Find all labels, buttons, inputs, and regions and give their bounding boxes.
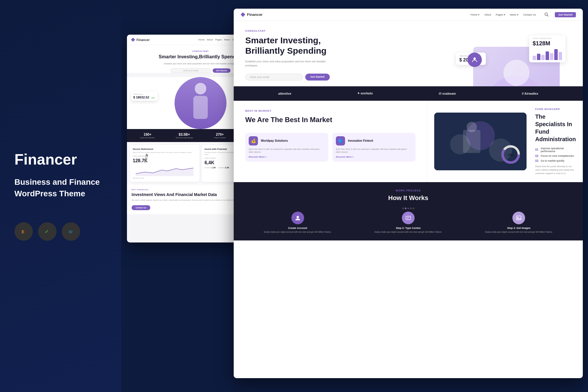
pie-chart: 16% bbox=[501, 144, 521, 165]
step-create-account: Create Account Easily create your Zaphn … bbox=[245, 212, 350, 234]
rs-nav-cta[interactable]: Get Started bbox=[555, 12, 576, 17]
rs-nav: Financer Home ▾ About Pages ▾ News ▾ Con… bbox=[234, 9, 583, 21]
wp-badge: W bbox=[62, 222, 80, 241]
svg-text:W: W bbox=[69, 229, 73, 234]
rs-fund-image: 16% bbox=[434, 113, 527, 170]
rs-consultant-label: CONSULTANT bbox=[245, 29, 456, 32]
check-badge: ✓ bbox=[38, 222, 57, 241]
exabeam-logo: /// exabeam bbox=[439, 92, 456, 95]
svg-point-12 bbox=[503, 60, 529, 86]
fund-item-3: 03 Go to market quickly bbox=[535, 159, 576, 163]
rs-hero-title: Smarter Investing,Brilliantly Spending bbox=[245, 35, 456, 56]
businessman-svg bbox=[488, 55, 545, 86]
svg-point-10 bbox=[545, 13, 548, 15]
rs-search-icon[interactable] bbox=[544, 12, 549, 17]
pen-decoration bbox=[142, 151, 156, 166]
attentive-logo: attentive bbox=[278, 92, 291, 95]
rs-fund-section: 16% FUND MANAGER The Specialists In Fund… bbox=[427, 101, 583, 182]
svg-rect-20 bbox=[463, 130, 480, 153]
left-panel: Financer Business and Finance WordPress … bbox=[0, 0, 121, 392]
fintech-card: 🔷 Innovative Fintech Quis enim dolor in … bbox=[332, 133, 415, 162]
hero-email-input[interactable]: Enter your email bbox=[171, 68, 211, 73]
line-chart-1 bbox=[133, 166, 196, 176]
rs-how-section: WORK PROCESS How It Works Create Account… bbox=[234, 182, 583, 240]
fund-item-1: 01 Improve operational performance bbox=[535, 147, 576, 153]
worldpay-icon: 💰 bbox=[249, 136, 258, 145]
rs-hero-input-row: Enter your email Get Started bbox=[245, 74, 456, 81]
step-type-contex: Step 2: Type Contex Easily create your Z… bbox=[356, 212, 460, 234]
step-connector bbox=[245, 208, 571, 209]
airwallex-logo: // Airwallex bbox=[522, 92, 538, 95]
rs-hero-subtitle: Establish your vision and value proposit… bbox=[245, 59, 338, 68]
workato-logo: ✦ workato bbox=[357, 92, 373, 95]
svg-rect-26 bbox=[406, 216, 411, 220]
rs-how-steps: Create Account Easily create your Zaphn … bbox=[245, 212, 571, 234]
main-income-card: Total Income $ 18632.52 +0% bbox=[131, 92, 158, 101]
rs-fund-image-container: 16% bbox=[434, 113, 527, 170]
svg-text:16%: 16% bbox=[508, 153, 514, 156]
rs-logo-icon bbox=[241, 12, 245, 17]
step-1-icon bbox=[291, 212, 304, 224]
rs-partners: attentive ✦ workato /// exabeam // Airwa… bbox=[234, 86, 583, 101]
svg-rect-29 bbox=[516, 216, 521, 220]
screenshots-area: Financer Home About Pages News Contact U… bbox=[121, 0, 588, 392]
step-3-icon bbox=[512, 212, 525, 224]
best-fund-row: BEST IN MARKET We Are The Best In Market… bbox=[234, 101, 583, 182]
brand-subtitle: Business and Finance WordPress Theme bbox=[14, 176, 107, 199]
rs-nav-logo: Financer bbox=[241, 12, 263, 17]
main-nav-logo: Financer bbox=[131, 38, 150, 42]
worldpay-card: 💰 Worldpay Solutions Quis enim dolor in … bbox=[245, 133, 328, 162]
fintech-icon: 🔷 bbox=[336, 136, 345, 145]
svg-point-25 bbox=[297, 216, 299, 218]
hero-subtitle: Establish your vision and value proposit… bbox=[163, 62, 238, 65]
svg-text:✓: ✓ bbox=[45, 229, 48, 234]
svg-line-11 bbox=[547, 15, 549, 16]
badge-row: E ✓ W bbox=[14, 222, 107, 241]
purple-deco-circle bbox=[467, 53, 482, 67]
stat-projects: 270+ Project Completed bbox=[214, 132, 226, 139]
rs-email-input[interactable]: Enter your email bbox=[245, 74, 303, 81]
hero-man-figure bbox=[175, 77, 226, 129]
fund-title: The Specialists In Fund Administration bbox=[535, 113, 576, 143]
main-logo-icon bbox=[131, 38, 135, 42]
rs-service-cards: 💰 Worldpay Solutions Quis enim dolor in … bbox=[245, 133, 415, 162]
rs-hero: CONSULTANT Smarter Investing,Brilliantly… bbox=[234, 21, 583, 86]
step-get-images: Step 3: Get Images Easily create your Za… bbox=[467, 212, 571, 234]
rs-nav-links: Home ▾ About Pages ▾ News ▾ Contact Us bbox=[471, 13, 536, 16]
hero-man-circle bbox=[175, 77, 226, 129]
brand-title: Financer bbox=[14, 151, 107, 168]
fund-item-2: 02 Focus on core competencies bbox=[535, 154, 576, 158]
right-screenshot: Financer Home ▾ About Pages ▾ News ▾ Con… bbox=[234, 9, 583, 378]
svg-text:E: E bbox=[22, 229, 24, 234]
step-2-icon bbox=[402, 212, 415, 224]
svg-point-30 bbox=[517, 217, 518, 218]
svg-point-21 bbox=[467, 122, 477, 132]
rs-fund-right: FUND MANAGER The Specialists In Fund Adm… bbox=[535, 108, 576, 175]
stat-assets: $3.5B+ Total Assets under Manage bbox=[176, 132, 193, 139]
contact-us-btn[interactable]: Contact Us bbox=[132, 205, 150, 210]
svg-point-15 bbox=[473, 57, 476, 60]
elementor-badge: E bbox=[14, 222, 33, 241]
hero-cta[interactable]: Get Started bbox=[213, 68, 231, 73]
secure-retirement-card: Secure Retirement Want to hire more conf… bbox=[130, 145, 199, 182]
svg-point-8 bbox=[195, 83, 206, 94]
rs-hero-left: CONSULTANT Smarter Investing,Brilliantly… bbox=[245, 29, 456, 86]
rs-best-section: BEST IN MARKET We Are The Best In Market… bbox=[234, 101, 427, 182]
rs-hero-cta[interactable]: Get Started bbox=[305, 74, 330, 81]
rs-hero-right: Total Income $ 200K +0% ASSET GENERATED … bbox=[462, 29, 571, 86]
stat-expert: 150+ Expert Team Members bbox=[140, 132, 155, 139]
svg-rect-9 bbox=[193, 96, 208, 119]
